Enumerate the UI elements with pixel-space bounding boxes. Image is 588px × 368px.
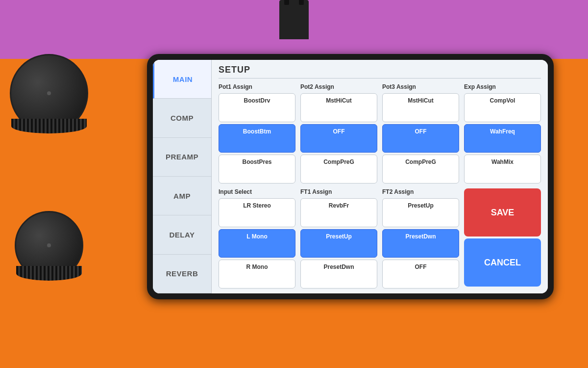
pot3-option-1[interactable]: OFF — [382, 124, 459, 153]
ft1-option-1[interactable]: PresetUp — [300, 229, 377, 258]
knob-bottom-left[interactable] — [15, 211, 83, 280]
setup-title: SETUP — [219, 65, 541, 79]
exp-group: Exp Assign CompVol WahFreq WahMix — [464, 83, 541, 184]
knob-ridges-top — [11, 119, 87, 133]
sidebar: MAIN COMP PREAMP AMP DELAY REVERB — [153, 60, 212, 293]
ft2-label: FT2 Assign — [382, 188, 459, 195]
save-button[interactable]: SAVE — [464, 188, 541, 237]
ft1-options: RevbFr PresetUp PresetDwn — [300, 198, 377, 289]
pot1-option-0[interactable]: BoostDrv — [219, 93, 295, 122]
pot1-options: BoostDrv BoostBtm BoostPres — [219, 93, 295, 184]
input-label: Input Select — [219, 188, 295, 195]
input-group: Input Select LR Stereo L Mono R Mono — [219, 188, 295, 289]
ft2-option-2[interactable]: OFF — [382, 260, 459, 289]
main-content: SETUP Pot1 Assign BoostDrv BoostBtm Boos… — [212, 60, 548, 293]
ft1-group: FT1 Assign RevbFr PresetUp PresetDwn — [300, 188, 377, 289]
pot3-option-0[interactable]: MstHiCut — [382, 93, 459, 122]
ft2-option-1[interactable]: PresetDwn — [382, 229, 459, 258]
ft2-group: FT2 Assign PresetUp PresetDwn OFF — [382, 188, 459, 289]
sidebar-item-reverb[interactable]: REVERB — [153, 255, 211, 293]
ft2-options: PresetUp PresetDwn OFF — [382, 198, 459, 289]
pot1-option-1[interactable]: BoostBtm — [219, 124, 295, 153]
sidebar-item-preamp[interactable]: PREAMP — [153, 138, 211, 177]
input-option-1[interactable]: L Mono — [219, 229, 295, 258]
pot1-group: Pot1 Assign BoostDrv BoostBtm BoostPres — [219, 83, 295, 184]
bottom-controls-row: Input Select LR Stereo L Mono R Mono FT1… — [219, 188, 541, 289]
input-option-0[interactable]: LR Stereo — [219, 198, 295, 227]
pot2-option-1[interactable]: OFF — [300, 124, 377, 153]
cable-connector — [279, 0, 309, 39]
input-option-2[interactable]: R Mono — [219, 260, 295, 289]
pot2-label: Pot2 Assign — [300, 83, 377, 90]
exp-label: Exp Assign — [464, 83, 541, 90]
top-controls-row: Pot1 Assign BoostDrv BoostBtm BoostPres … — [219, 83, 541, 184]
knob-top-left[interactable] — [10, 54, 88, 132]
pedal-body: MAIN COMP PREAMP AMP DELAY REVERB — [0, 0, 588, 368]
sidebar-item-amp[interactable]: AMP — [153, 177, 211, 215]
action-group: SAVE CANCEL — [464, 188, 541, 289]
pot1-label: Pot1 Assign — [219, 83, 295, 90]
pot2-options: MstHiCut OFF CompPreG — [300, 93, 377, 184]
ft1-option-0[interactable]: RevbFr — [300, 198, 377, 227]
screen-container: MAIN COMP PREAMP AMP DELAY REVERB — [147, 54, 554, 299]
knob-ridges-bottom — [16, 266, 82, 281]
ft1-label: FT1 Assign — [300, 188, 377, 195]
screen: MAIN COMP PREAMP AMP DELAY REVERB — [153, 60, 548, 293]
pot3-options: MstHiCut OFF CompPreG — [382, 93, 459, 184]
exp-option-2[interactable]: WahMix — [464, 155, 541, 184]
input-options: LR Stereo L Mono R Mono — [219, 198, 295, 289]
pot2-option-0[interactable]: MstHiCut — [300, 93, 377, 122]
sidebar-item-main[interactable]: MAIN — [153, 60, 211, 99]
pot3-group: Pot3 Assign MstHiCut OFF CompPreG — [382, 83, 459, 184]
ft1-option-2[interactable]: PresetDwn — [300, 260, 377, 289]
sidebar-item-comp[interactable]: COMP — [153, 99, 211, 137]
controls-grid: Pot1 Assign BoostDrv BoostBtm BoostPres … — [219, 83, 541, 289]
pot1-option-2[interactable]: BoostPres — [219, 155, 295, 184]
exp-option-0[interactable]: CompVol — [464, 93, 541, 122]
pot2-option-2[interactable]: CompPreG — [300, 155, 377, 184]
cancel-button[interactable]: CANCEL — [464, 238, 541, 287]
pot3-label: Pot3 Assign — [382, 83, 459, 90]
pot3-option-2[interactable]: CompPreG — [382, 155, 459, 184]
exp-option-1[interactable]: WahFreq — [464, 124, 541, 153]
exp-options: CompVol WahFreq WahMix — [464, 93, 541, 184]
pot2-group: Pot2 Assign MstHiCut OFF CompPreG — [300, 83, 377, 184]
sidebar-item-delay[interactable]: DELAY — [153, 215, 211, 254]
ft2-option-0[interactable]: PresetUp — [382, 198, 459, 227]
